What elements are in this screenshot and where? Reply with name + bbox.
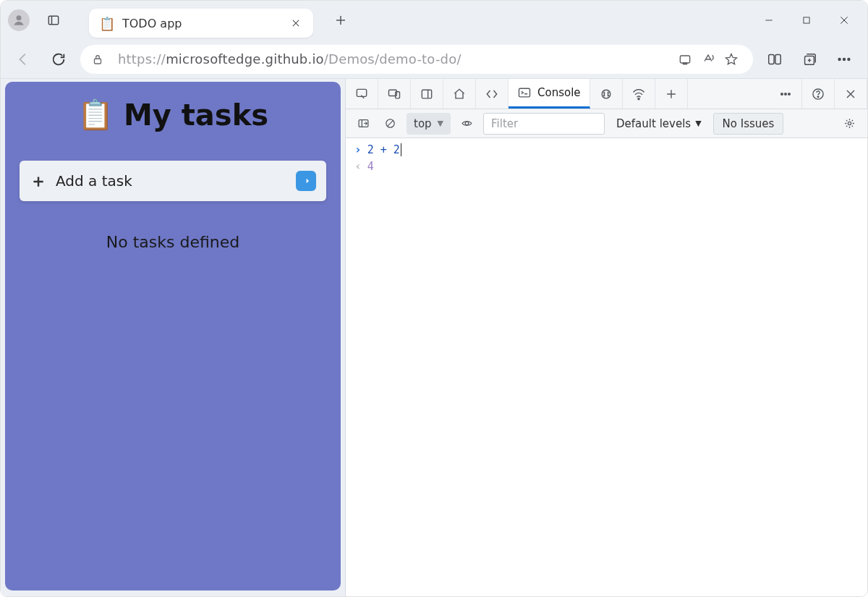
read-aloud-icon[interactable] (697, 52, 720, 67)
svg-rect-17 (422, 90, 431, 98)
chevron-right-icon: › (354, 143, 362, 156)
nav-back-button[interactable] (8, 45, 40, 74)
plus-icon: ＋ (30, 169, 47, 192)
add-task-placeholder: Add a task (56, 172, 296, 190)
svg-rect-1 (48, 16, 58, 25)
url-text: https://microsoftedge.github.io/Demos/de… (118, 51, 461, 67)
add-task-submit-button[interactable] (296, 171, 316, 191)
empty-state-text: No tasks defined (106, 233, 239, 251)
split-screen-icon[interactable] (759, 45, 791, 74)
browser-tab[interactable]: 📋 TODO app (89, 9, 313, 38)
clipboard-icon: 📋 (77, 98, 114, 132)
tab-favicon: 📋 (99, 16, 115, 31)
tab-title: TODO app (122, 17, 281, 30)
svg-point-13 (848, 58, 850, 60)
devtools-close-button[interactable] (835, 79, 867, 109)
site-info-lock-icon[interactable] (90, 53, 105, 66)
svg-rect-16 (396, 91, 400, 98)
devtools-more-icon[interactable] (770, 79, 802, 109)
new-tab-button[interactable] (326, 6, 355, 35)
settings-more-icon[interactable] (828, 45, 860, 74)
console-clear-button[interactable] (380, 114, 401, 134)
collections-icon[interactable] (793, 45, 825, 74)
console-input-line[interactable]: › 2 + 2 (346, 141, 867, 158)
svg-rect-6 (680, 56, 689, 63)
devtools-tab-welcome[interactable] (443, 79, 476, 109)
tab-actions-button[interactable] (41, 8, 66, 33)
devtools-tab-sources-icon[interactable] (590, 79, 623, 109)
svg-point-24 (788, 93, 791, 95)
svg-rect-8 (769, 54, 774, 64)
window-maximize-button[interactable] (788, 6, 825, 35)
add-task-input[interactable]: ＋ Add a task (20, 161, 326, 201)
devtools-tab-console[interactable]: Console (509, 79, 590, 109)
text-cursor (401, 143, 401, 156)
address-bar[interactable]: https://microsoftedge.github.io/Demos/de… (80, 45, 753, 74)
devtools-tab-elements[interactable] (476, 79, 509, 109)
page-title: 📋 My tasks (77, 98, 268, 132)
console-context-selector[interactable]: top▼ (407, 113, 451, 135)
console-live-expression-icon[interactable] (456, 114, 477, 134)
favorite-star-icon[interactable] (720, 52, 743, 67)
console-issues-button[interactable]: No Issues (713, 113, 784, 135)
devtools-tab-network-icon[interactable] (623, 79, 655, 109)
svg-point-31 (465, 122, 469, 125)
nav-refresh-button[interactable] (43, 45, 75, 74)
svg-point-23 (785, 93, 787, 95)
devtools-help-icon[interactable] (802, 79, 835, 109)
console-output-line: › 4 (346, 158, 867, 174)
chevron-left-icon: › (354, 159, 362, 173)
console-settings-icon[interactable] (839, 114, 860, 134)
devtools-inspect-icon[interactable] (346, 79, 378, 109)
svg-line-30 (388, 121, 393, 127)
console-filter-input[interactable]: Filter (483, 113, 605, 135)
svg-rect-19 (519, 88, 530, 97)
svg-point-22 (781, 93, 783, 95)
devtools-device-icon[interactable] (378, 79, 411, 109)
devtools-dock-icon[interactable] (411, 79, 443, 109)
todo-app-surface: 📋 My tasks ＋ Add a task No tasks defined (5, 82, 341, 590)
svg-rect-5 (95, 59, 101, 64)
svg-rect-7 (684, 63, 687, 64)
svg-point-20 (602, 90, 610, 98)
svg-rect-9 (775, 54, 780, 64)
svg-point-21 (637, 98, 639, 99)
console-sidebar-toggle-icon[interactable] (353, 114, 374, 134)
window-minimize-button[interactable] (750, 6, 788, 35)
devtools-more-tabs-button[interactable] (655, 79, 688, 109)
window-close-button[interactable] (825, 6, 863, 35)
install-app-icon[interactable] (673, 52, 697, 67)
console-output-area[interactable]: › 2 + 2 › 4 (346, 138, 867, 596)
svg-point-11 (838, 58, 841, 60)
console-levels-selector[interactable]: Default levels▼ (610, 117, 707, 130)
profile-avatar[interactable] (8, 9, 30, 31)
tab-close-button[interactable] (289, 16, 303, 30)
svg-point-0 (17, 15, 22, 20)
svg-rect-4 (804, 17, 809, 23)
svg-point-32 (848, 122, 851, 124)
svg-point-12 (843, 58, 846, 60)
svg-point-26 (817, 96, 819, 97)
